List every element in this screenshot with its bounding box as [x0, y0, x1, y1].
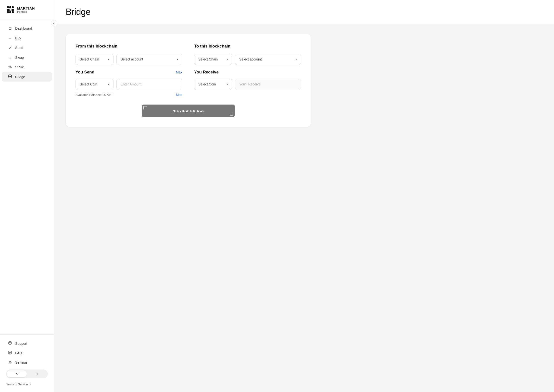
chevron-down-icon: ▾ — [227, 58, 228, 61]
bridge-icon — [8, 74, 12, 79]
sidebar-item-swap[interactable]: ↕ Swap — [2, 53, 52, 62]
chevron-down-icon: ▾ — [227, 83, 228, 86]
to-blockchain-section: To this blockchain Select Chain ▾ Select… — [194, 44, 301, 97]
faq-icon — [8, 351, 12, 355]
sidebar-item-label: Stake — [15, 65, 24, 69]
theme-toggle: ☀ ☽ — [6, 369, 48, 378]
receive-row: Select Coin ▾ You'll Receive — [194, 79, 301, 90]
sidebar-item-label: Send — [15, 46, 23, 50]
sidebar-bottom: Support FAQ ⚙ Settings ☀ ☽ Terms of Serv… — [0, 334, 54, 392]
sidebar-item-buy[interactable]: + Buy — [2, 34, 52, 43]
preview-bridge-wrapper: PREVIEW BRIDGE — [76, 105, 301, 117]
from-chain-row: Select Chain ▾ Select account ▾ — [76, 54, 182, 65]
sidebar-item-label: Buy — [15, 36, 21, 40]
sidebar-item-settings[interactable]: ⚙ Settings — [2, 358, 52, 367]
to-coin-label: Select Coin — [198, 82, 216, 86]
from-coin-label: Select Coin — [80, 82, 97, 86]
svg-rect-0 — [7, 6, 9, 8]
to-chain-select[interactable]: Select Chain ▾ — [194, 54, 232, 65]
plus-icon: + — [8, 36, 12, 40]
sidebar-toggle-button[interactable]: ‹› — [51, 20, 57, 26]
settings-icon: ⚙ — [8, 360, 12, 365]
from-blockchain-title: From this blockchain — [76, 44, 182, 49]
logo-title: MARTIAN — [17, 6, 35, 10]
to-chain-row: Select Chain ▾ Select account ▾ — [194, 54, 301, 65]
support-icon — [8, 341, 12, 346]
sidebar-item-faq[interactable]: FAQ — [2, 348, 52, 358]
from-chain-select[interactable]: Select Chain ▾ — [76, 54, 113, 65]
terms-label: Terms of Service — [6, 383, 28, 386]
svg-rect-7 — [9, 11, 11, 13]
to-chain-label: Select Chain — [198, 57, 218, 61]
sidebar-item-support[interactable]: Support — [2, 339, 52, 348]
bridge-card: From this blockchain Select Chain ▾ Sele… — [66, 34, 311, 127]
send-icon: ↗ — [8, 46, 12, 50]
sidebar-item-label: Swap — [15, 56, 24, 59]
receive-display: You'll Receive — [235, 79, 301, 90]
light-mode-button[interactable]: ☀ — [7, 370, 27, 377]
you-send-title: You Send — [76, 70, 94, 75]
preview-bridge-button[interactable]: PREVIEW BRIDGE — [142, 105, 235, 117]
svg-rect-4 — [9, 9, 11, 11]
svg-rect-8 — [12, 11, 14, 13]
svg-rect-6 — [7, 11, 9, 13]
amount-input[interactable] — [116, 79, 182, 90]
balance-text: Available Balance: 20 APT — [76, 93, 113, 97]
max-balance-button[interactable]: Max — [176, 93, 182, 97]
terms-of-service-link[interactable]: Terms of Service ↗ — [0, 381, 54, 388]
toggle-icon: ‹› — [53, 22, 55, 25]
main-header: Bridge — [54, 0, 554, 24]
to-account-label: Select account — [239, 57, 262, 61]
dark-mode-button[interactable]: ☽ — [27, 370, 47, 377]
receive-placeholder: You'll Receive — [239, 82, 261, 86]
sidebar-item-bridge[interactable]: Bridge — [2, 72, 52, 82]
sidebar-label: Settings — [15, 360, 28, 364]
logo: MARTIAN Portfolio — [0, 0, 54, 20]
sidebar-item-dashboard[interactable]: ⊡ Dashboard — [2, 24, 52, 33]
blockchain-headers: From this blockchain Select Chain ▾ Sele… — [76, 44, 301, 97]
receive-header: You Receive — [194, 70, 301, 75]
available-balance: Available Balance: 20 APT Max — [76, 93, 182, 97]
stake-icon: % — [8, 65, 12, 69]
sidebar-label: FAQ — [15, 351, 22, 355]
sidebar-item-label: Dashboard — [15, 26, 32, 30]
you-receive-section: You Receive Select Coin ▾ You'll Receive — [194, 70, 301, 90]
send-row: Select Coin ▾ — [76, 79, 182, 90]
svg-rect-5 — [12, 9, 14, 11]
from-account-label: Select account — [121, 57, 143, 61]
chevron-down-icon: ▾ — [177, 58, 178, 61]
you-send-section: You Send Max Select Coin ▾ Available Bal… — [76, 70, 182, 97]
to-blockchain-title: To this blockchain — [194, 44, 301, 49]
dashboard-icon: ⊡ — [8, 26, 12, 31]
sidebar-label: Support — [15, 342, 27, 345]
main-content: Bridge From this blockchain Select Chain… — [54, 0, 554, 392]
send-header: You Send Max — [76, 70, 182, 75]
to-account-select[interactable]: Select account ▾ — [235, 54, 301, 65]
chevron-down-icon: ▾ — [108, 83, 109, 86]
svg-rect-1 — [9, 6, 11, 8]
from-account-select[interactable]: Select account ▾ — [116, 54, 182, 65]
svg-point-10 — [10, 76, 11, 77]
sidebar: MARTIAN Portfolio ⊡ Dashboard + Buy ↗ Se… — [0, 0, 54, 392]
logo-subtitle: Portfolio — [17, 10, 35, 13]
svg-rect-3 — [7, 9, 9, 11]
max-send-button[interactable]: Max — [176, 70, 182, 74]
sidebar-item-send[interactable]: ↗ Send — [2, 43, 52, 52]
sidebar-item-label: Bridge — [15, 75, 25, 79]
sidebar-item-stake[interactable]: % Stake — [2, 62, 52, 71]
bridge-page: From this blockchain Select Chain ▾ Sele… — [54, 24, 554, 392]
you-receive-title: You Receive — [194, 70, 219, 75]
external-link-icon: ↗ — [29, 383, 31, 386]
sidebar-nav: ⊡ Dashboard + Buy ↗ Send ↕ Swap % Stake — [0, 20, 54, 334]
from-blockchain-section: From this blockchain Select Chain ▾ Sele… — [76, 44, 182, 97]
chevron-down-icon: ▾ — [108, 58, 109, 61]
from-chain-label: Select Chain — [80, 57, 99, 61]
swap-icon: ↕ — [8, 55, 12, 59]
svg-point-14 — [10, 344, 10, 344]
to-coin-select[interactable]: Select Coin ▾ — [194, 79, 232, 90]
from-coin-select[interactable]: Select Coin ▾ — [76, 79, 113, 90]
svg-rect-2 — [12, 6, 14, 8]
chevron-down-icon: ▾ — [295, 58, 297, 61]
page-title: Bridge — [66, 7, 542, 17]
logo-icon — [6, 5, 15, 14]
